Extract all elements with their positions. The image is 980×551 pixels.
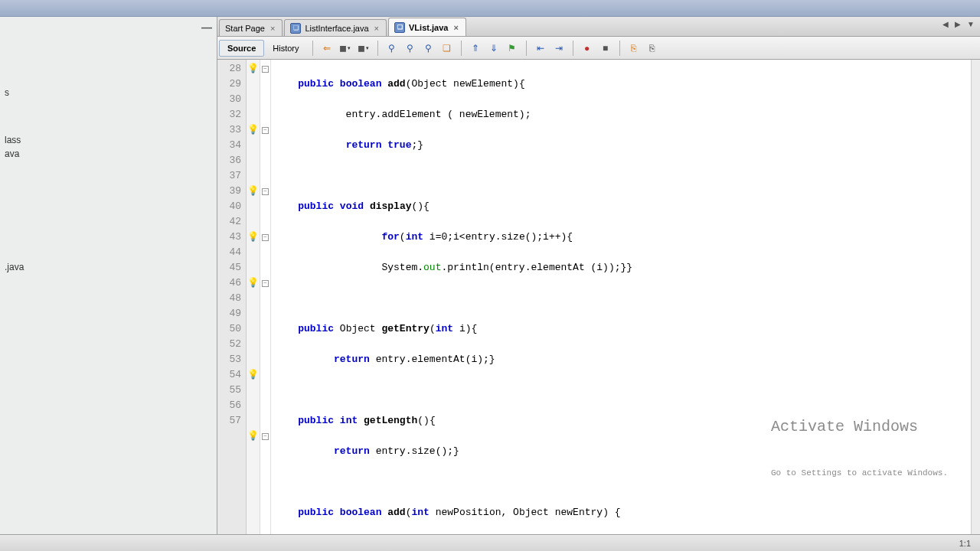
hint-icon[interactable]: 💡 bbox=[247, 367, 260, 383]
fold-toggle[interactable]: − bbox=[260, 61, 270, 77]
line-number: 52 bbox=[217, 337, 241, 352]
toggle-bookmark-icon[interactable]: ⚑ bbox=[505, 41, 520, 56]
separator bbox=[573, 41, 573, 56]
line-number: 55 bbox=[217, 383, 241, 398]
prev-bookmark-icon[interactable]: ⇑ bbox=[468, 41, 483, 56]
tab-list-icon[interactable]: ▼ bbox=[965, 20, 977, 28]
java-file-icon: ❏ bbox=[394, 22, 405, 33]
project-pane: — s lass ava .java bbox=[0, 17, 217, 534]
fold-margin: − − − − − − bbox=[260, 60, 271, 534]
view-tab-history[interactable]: History bbox=[264, 40, 307, 57]
titlebar-stub bbox=[0, 0, 980, 17]
hint-icon[interactable]: 💡 bbox=[247, 276, 260, 291]
find-selection-icon[interactable]: ⚲ bbox=[384, 41, 400, 56]
line-number: 46 bbox=[217, 276, 241, 291]
line-number: 53 bbox=[217, 352, 241, 367]
status-bar: 1:1 bbox=[0, 534, 980, 551]
line-number: 32 bbox=[217, 107, 241, 122]
line-number: 28 bbox=[217, 61, 241, 77]
last-edit-icon[interactable]: ⇐ bbox=[319, 41, 335, 56]
line-number: 45 bbox=[217, 260, 241, 276]
tab-next-icon[interactable]: ▶ bbox=[952, 20, 963, 28]
line-number: 57 bbox=[217, 413, 241, 429]
line-number: 42 bbox=[217, 214, 241, 230]
line-number: 49 bbox=[217, 306, 241, 321]
separator bbox=[461, 41, 462, 56]
shift-right-icon[interactable]: ⇥ bbox=[551, 41, 567, 56]
line-gutter: 28 29 30 32 33 34 36 37 39 40 42 43 44 4… bbox=[217, 60, 247, 534]
fold-toggle[interactable]: − bbox=[260, 230, 270, 245]
collapse-pane-icon[interactable]: — bbox=[198, 21, 215, 34]
close-icon[interactable]: × bbox=[269, 24, 276, 33]
line-number: 34 bbox=[217, 138, 241, 153]
uncomment-icon[interactable]: ⎘ bbox=[645, 41, 660, 56]
back-icon[interactable]: ◼▾ bbox=[338, 41, 353, 56]
project-tree[interactable]: s lass ava .java bbox=[0, 17, 217, 274]
tab-prev-icon[interactable]: ◀ bbox=[940, 20, 951, 28]
line-number: 33 bbox=[217, 122, 241, 138]
line-number: 50 bbox=[217, 321, 241, 337]
line-number: 37 bbox=[217, 168, 241, 184]
line-number: 43 bbox=[217, 230, 241, 245]
java-file-icon: ❏ bbox=[290, 23, 301, 34]
line-number: 44 bbox=[217, 245, 241, 260]
line-number: 54 bbox=[217, 367, 241, 383]
separator bbox=[312, 41, 313, 56]
line-number: 30 bbox=[217, 92, 241, 107]
tab-label: VList.java bbox=[409, 23, 448, 32]
toggle-highlight-icon[interactable]: ❏ bbox=[439, 41, 455, 56]
shift-left-icon[interactable]: ⇤ bbox=[533, 41, 548, 56]
file-tab-strip: Start Page × ❏ ListInterface.java × ❏ VL… bbox=[217, 17, 980, 37]
hint-icon[interactable]: 💡 bbox=[247, 184, 260, 199]
tab-vlist[interactable]: ❏ VList.java × bbox=[388, 18, 466, 36]
line-number: 48 bbox=[217, 291, 241, 306]
line-number: 40 bbox=[217, 199, 241, 214]
tab-listinterface[interactable]: ❏ ListInterface.java × bbox=[284, 19, 387, 36]
tab-nav: ◀ ▶ ▼ bbox=[940, 20, 977, 28]
separator bbox=[619, 41, 620, 56]
close-icon[interactable]: × bbox=[452, 23, 459, 32]
fold-toggle[interactable]: − bbox=[260, 429, 270, 444]
separator bbox=[377, 41, 378, 56]
comment-icon[interactable]: ⎘ bbox=[626, 41, 642, 56]
fold-toggle[interactable]: − bbox=[260, 122, 270, 138]
main-row: — s lass ava .java Start Page × ❏ ListIn… bbox=[0, 17, 980, 534]
code-pane: 28 29 30 32 33 34 36 37 39 40 42 43 44 4… bbox=[217, 60, 980, 534]
close-icon[interactable]: × bbox=[373, 24, 381, 33]
line-number: 56 bbox=[217, 398, 241, 413]
line-number: 39 bbox=[217, 184, 241, 199]
macro-stop-icon[interactable]: ■ bbox=[598, 41, 613, 56]
view-tab-source[interactable]: Source bbox=[219, 40, 264, 57]
line-number: 36 bbox=[217, 153, 241, 168]
fold-toggle[interactable]: − bbox=[260, 184, 270, 199]
hint-icon[interactable]: 💡 bbox=[247, 230, 260, 245]
editor-area: Start Page × ❏ ListInterface.java × ❏ VL… bbox=[217, 17, 980, 534]
line-number: 29 bbox=[217, 77, 241, 92]
tree-item[interactable]: lass bbox=[2, 133, 217, 147]
hint-icon[interactable]: 💡 bbox=[247, 122, 260, 138]
tab-label: Start Page bbox=[225, 24, 265, 33]
error-stripe[interactable] bbox=[971, 60, 980, 534]
fold-toggle[interactable]: − bbox=[260, 276, 270, 291]
hint-icon[interactable]: 💡 bbox=[247, 61, 260, 77]
macro-record-icon[interactable]: ● bbox=[580, 41, 595, 56]
glyph-margin: 💡 💡 💡 💡 💡 💡 💡 bbox=[247, 60, 260, 534]
hint-icon[interactable]: 💡 bbox=[247, 429, 260, 444]
code-body[interactable]: public boolean add(Object newElement){ e… bbox=[271, 60, 971, 534]
next-bookmark-icon[interactable]: ⇓ bbox=[486, 41, 501, 56]
caret-position: 1:1 bbox=[959, 539, 971, 548]
find-prev-icon[interactable]: ⚲ bbox=[403, 41, 418, 56]
tree-item[interactable]: .java bbox=[2, 260, 217, 274]
separator bbox=[526, 41, 527, 56]
tree-item[interactable]: ava bbox=[2, 147, 217, 161]
forward-icon[interactable]: ◼▾ bbox=[356, 41, 371, 56]
find-next-icon[interactable]: ⚲ bbox=[421, 41, 436, 56]
tree-item[interactable]: s bbox=[2, 86, 217, 99]
tab-start-page[interactable]: Start Page × bbox=[219, 19, 283, 36]
editor-toolbar: Source History ⇐ ◼▾ ◼▾ ⚲ ⚲ ⚲ ❏ ⇑ ⇓ ⚑ ⇤ ⇥… bbox=[217, 37, 980, 60]
tab-label: ListInterface.java bbox=[305, 24, 368, 33]
